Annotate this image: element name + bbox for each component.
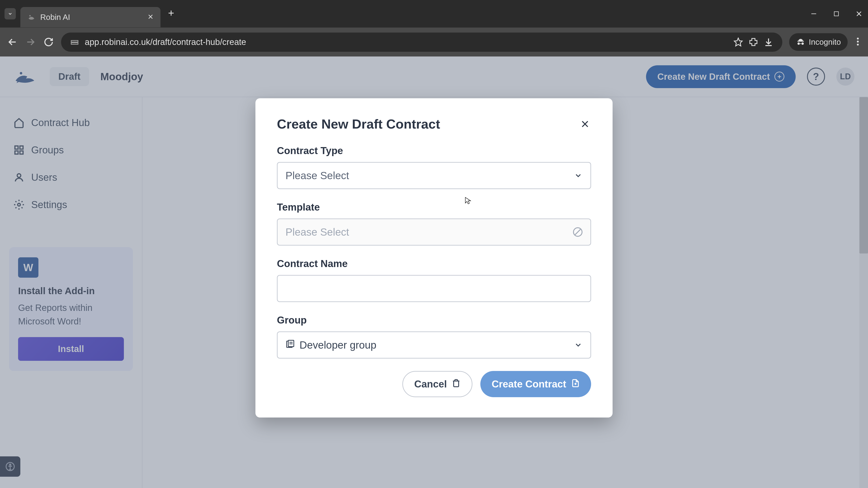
extensions-icon[interactable] bbox=[749, 37, 758, 47]
contract-type-label: Contract Type bbox=[277, 145, 591, 156]
window-minimize-icon[interactable] bbox=[809, 9, 818, 18]
submit-label: Create Contract bbox=[492, 379, 566, 390]
browser-toolbar: app.robinai.co.uk/draft/contract-hub/cre… bbox=[0, 28, 868, 57]
browser-tab-active[interactable]: Robin AI bbox=[20, 7, 160, 27]
new-tab-button[interactable] bbox=[167, 9, 175, 19]
bookmark-star-icon[interactable] bbox=[734, 37, 743, 47]
folder-icon bbox=[285, 339, 295, 351]
window-close-icon[interactable] bbox=[855, 9, 864, 18]
template-select: Please Select bbox=[277, 219, 591, 246]
tab-search-dropdown[interactable] bbox=[4, 8, 16, 20]
window-maximize-icon[interactable] bbox=[832, 9, 841, 18]
prohibited-icon bbox=[573, 227, 583, 237]
svg-rect-11 bbox=[71, 40, 78, 42]
contract-name-label: Contract Name bbox=[277, 258, 591, 269]
address-bar[interactable]: app.robinai.co.uk/draft/contract-hub/cre… bbox=[61, 33, 782, 52]
svg-point-19 bbox=[857, 43, 859, 45]
incognito-label: Incognito bbox=[809, 37, 841, 46]
nav-reload-button[interactable] bbox=[43, 36, 54, 48]
file-plus-icon bbox=[571, 379, 580, 390]
svg-point-17 bbox=[857, 38, 859, 39]
group-label: Group bbox=[277, 315, 591, 326]
chevron-down-icon bbox=[574, 341, 583, 349]
window-controls bbox=[809, 9, 864, 18]
tab-close-icon[interactable] bbox=[147, 12, 154, 22]
tab-title: Robin AI bbox=[40, 13, 143, 22]
select-placeholder: Please Select bbox=[285, 226, 349, 238]
contract-name-input[interactable] bbox=[277, 275, 591, 302]
browser-tab-strip: Robin AI bbox=[0, 0, 868, 28]
tab-favicon-icon bbox=[27, 13, 36, 22]
site-info-icon[interactable] bbox=[70, 37, 79, 46]
nav-back-button[interactable] bbox=[7, 36, 18, 48]
url-text: app.robinai.co.uk/draft/contract-hub/cre… bbox=[85, 37, 728, 47]
template-label: Template bbox=[277, 201, 591, 213]
svg-point-18 bbox=[857, 41, 859, 42]
cancel-label: Cancel bbox=[414, 379, 447, 390]
incognito-badge[interactable]: Incognito bbox=[789, 33, 848, 51]
group-selected-value: Developer group bbox=[300, 339, 376, 351]
trash-icon bbox=[452, 379, 460, 390]
svg-rect-12 bbox=[71, 43, 78, 44]
contract-type-select[interactable]: Please Select bbox=[277, 162, 591, 189]
svg-point-0 bbox=[29, 15, 31, 17]
nav-forward-button[interactable] bbox=[25, 36, 36, 48]
select-placeholder: Please Select bbox=[285, 169, 349, 182]
app-viewport: Draft Moodjoy Create New Draft Contract … bbox=[0, 57, 868, 488]
create-contract-button[interactable]: Create Contract bbox=[480, 371, 591, 397]
downloads-icon[interactable] bbox=[764, 37, 773, 47]
browser-menu-icon[interactable] bbox=[855, 35, 861, 49]
svg-rect-6 bbox=[834, 12, 839, 16]
modal-title: Create New Draft Contract bbox=[277, 116, 440, 131]
svg-marker-14 bbox=[734, 38, 742, 46]
cancel-button[interactable]: Cancel bbox=[402, 371, 472, 397]
create-contract-modal: Create New Draft Contract Contract Type … bbox=[255, 98, 613, 418]
group-select[interactable]: Developer group bbox=[277, 331, 591, 359]
chevron-down-icon bbox=[574, 171, 583, 180]
modal-close-button[interactable] bbox=[579, 118, 591, 130]
